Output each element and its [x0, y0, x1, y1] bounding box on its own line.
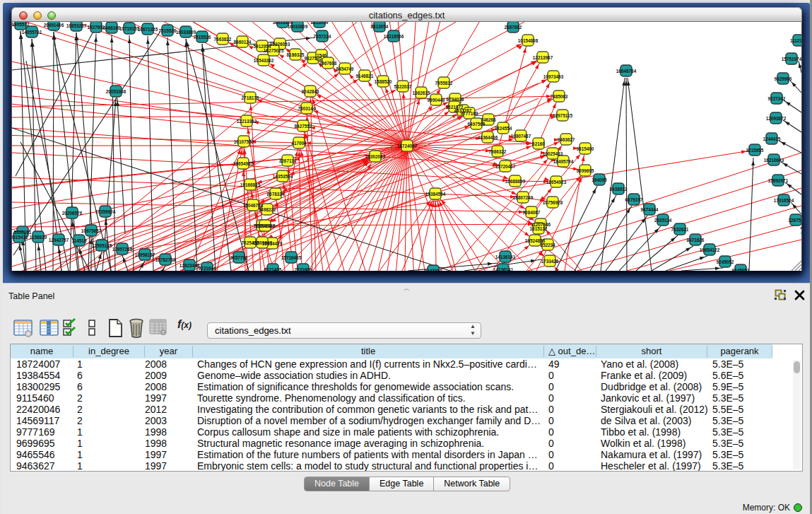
svg-text:7663822: 7663822	[214, 37, 232, 42]
svg-text:8186325: 8186325	[287, 52, 305, 57]
svg-text:3915411: 3915411	[12, 235, 28, 240]
svg-text:1244415: 1244415	[763, 136, 781, 141]
svg-text:17359924: 17359924	[95, 209, 116, 214]
svg-text:2967608: 2967608	[319, 61, 337, 66]
svg-text:19654985: 19654985	[233, 161, 254, 166]
svg-text:12093872: 12093872	[766, 116, 787, 121]
svg-text:5306161: 5306161	[14, 230, 32, 235]
svg-text:21364436: 21364436	[478, 135, 498, 140]
svg-text:15809948: 15809948	[255, 223, 276, 228]
svg-text:19166825: 19166825	[240, 182, 261, 187]
svg-text:5322037: 5322037	[394, 84, 412, 89]
svg-text:8813054: 8813054	[371, 24, 389, 29]
svg-text:10853267: 10853267	[66, 23, 87, 28]
svg-text:114519: 114519	[72, 238, 87, 243]
svg-text:7955812: 7955812	[435, 81, 453, 86]
svg-text:16210643: 16210643	[764, 158, 784, 163]
svg-text:14353594: 14353594	[273, 174, 293, 179]
svg-text:10688609: 10688609	[505, 179, 526, 184]
svg-text:15720407: 15720407	[495, 164, 516, 169]
svg-text:1588520: 1588520	[375, 79, 392, 84]
svg-text:10107552: 10107552	[234, 139, 254, 144]
svg-text:7357224: 7357224	[314, 34, 331, 39]
svg-text:2935114: 2935114	[654, 218, 672, 223]
svg-text:8813054: 8813054	[311, 22, 329, 25]
svg-text:19384554: 19384554	[425, 192, 446, 197]
svg-text:1615132: 1615132	[530, 226, 548, 231]
svg-text:7803144: 7803144	[298, 106, 316, 111]
svg-text:9245052: 9245052	[732, 268, 750, 271]
svg-text:2687682: 2687682	[505, 25, 522, 30]
svg-text:3215955: 3215955	[746, 148, 764, 153]
svg-text:10807487: 10807487	[511, 134, 531, 139]
svg-text:10756928: 10756928	[543, 200, 563, 205]
svg-text:20206576: 20206576	[62, 211, 83, 216]
svg-text:9474444: 9474444	[641, 207, 659, 212]
svg-text:9231644: 9231644	[199, 266, 216, 271]
svg-text:16782759: 16782759	[155, 257, 176, 262]
svg-text:2718176: 2718176	[242, 95, 259, 100]
svg-text:7515526: 7515526	[159, 28, 177, 33]
svg-text:12975115: 12975115	[553, 113, 573, 118]
svg-text:1156829: 1156829	[30, 235, 47, 240]
svg-text:14136141: 14136141	[495, 255, 516, 259]
svg-text:8321405: 8321405	[264, 267, 282, 271]
svg-text:2231609: 2231609	[295, 267, 312, 271]
svg-text:9777169: 9777169	[461, 111, 478, 116]
svg-text:10958157: 10958157	[135, 252, 155, 257]
svg-text:14136141: 14136141	[493, 267, 514, 271]
svg-text:8427552: 8427552	[295, 124, 312, 129]
svg-text:19218506: 19218506	[384, 34, 404, 39]
svg-text:3824554: 3824554	[495, 126, 512, 131]
svg-text:9329966: 9329966	[775, 76, 792, 81]
svg-text:9146821: 9146821	[356, 74, 374, 78]
svg-text:10719155: 10719155	[119, 26, 140, 31]
svg-text:15751074: 15751074	[782, 57, 801, 62]
svg-text:17957265: 17957265	[112, 247, 133, 252]
svg-text:18495794: 18495794	[553, 159, 574, 164]
svg-text:18807249: 18807249	[513, 195, 534, 200]
svg-text:7986322: 7986322	[489, 149, 507, 154]
svg-text:16275025: 16275025	[264, 48, 284, 53]
svg-text:12505135: 12505135	[92, 243, 112, 248]
svg-text:8454749: 8454749	[336, 66, 354, 71]
svg-text:1112345: 1112345	[790, 38, 801, 43]
svg-text:16033809: 16033809	[288, 24, 308, 29]
svg-text:62160: 62160	[532, 141, 545, 146]
svg-text:17016504: 17016504	[774, 198, 794, 203]
svg-text:1546: 1546	[317, 53, 327, 58]
svg-text:8660124: 8660124	[234, 40, 252, 45]
svg-text:10025433: 10025433	[543, 151, 563, 156]
svg-text:126753: 126753	[788, 218, 801, 223]
svg-text:8678334: 8678334	[267, 192, 285, 197]
svg-text:15692971: 15692971	[768, 178, 789, 183]
svg-text:12654923: 12654923	[546, 180, 567, 185]
svg-text:15809949: 15809949	[252, 240, 273, 245]
svg-text:3267110: 3267110	[279, 158, 297, 163]
svg-text:10543362: 10543362	[254, 58, 274, 63]
svg-text:417004: 417004	[291, 141, 307, 146]
svg-text:12823448: 12823448	[180, 263, 200, 268]
svg-text:8938913: 8938913	[610, 187, 628, 192]
svg-text:9084067: 9084067	[523, 210, 541, 215]
svg-text:9227342: 9227342	[768, 96, 786, 101]
svg-text:6466160: 6466160	[103, 25, 121, 30]
svg-text:16648784: 16648784	[616, 69, 637, 74]
svg-text:8471626: 8471626	[687, 238, 705, 243]
svg-text:18724007: 18724007	[397, 144, 418, 148]
svg-text:7485063: 7485063	[551, 94, 568, 99]
svg-text:9699695: 9699695	[577, 168, 594, 173]
svg-text:12942757: 12942757	[49, 238, 69, 243]
svg-text:12213362: 12213362	[237, 119, 257, 124]
svg-text:1733426: 1733426	[541, 259, 559, 264]
svg-text:12213967: 12213967	[533, 55, 553, 60]
svg-text:252234: 252234	[540, 243, 555, 247]
svg-text:7632621: 7632621	[671, 227, 689, 232]
svg-text:9463627: 9463627	[558, 137, 575, 142]
svg-text:14055721: 14055721	[22, 30, 42, 35]
svg-text:9137712: 9137712	[425, 269, 442, 271]
svg-text:16033809: 16033809	[176, 30, 196, 35]
svg-text:9657791: 9657791	[230, 255, 248, 260]
svg-text:9242848: 9242848	[302, 89, 319, 94]
svg-text:16671355: 16671355	[138, 27, 158, 32]
